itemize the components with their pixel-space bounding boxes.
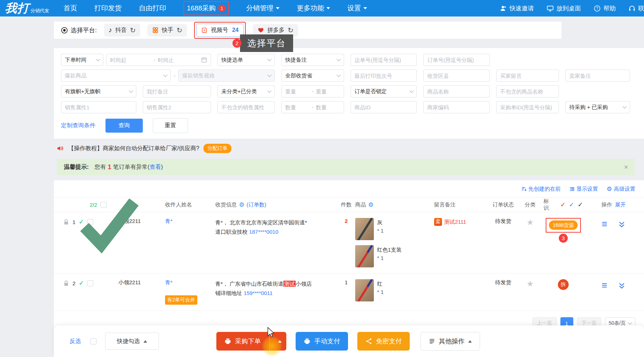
row-checkbox[interactable]: [87, 219, 93, 225]
menu-icon[interactable]: ≡: [602, 219, 607, 229]
sale-attr1-input[interactable]: [61, 101, 136, 113]
expand-row-icon[interactable]: [618, 221, 625, 228]
refresh-icon[interactable]: ↻: [288, 27, 293, 34]
platform-kuaishou[interactable]: 快手 ↻: [147, 24, 187, 37]
gear-icon[interactable]: ⚙: [368, 201, 373, 209]
recipient-cell: 青* 有2单可合并: [165, 279, 215, 305]
app-logo[interactable]: 我打 分销代发: [5, 0, 49, 16]
seller-note-input[interactable]: [565, 70, 630, 82]
district-input[interactable]: [423, 70, 490, 82]
announcement-text: 【操作教程】商家如何自动分配订单给厂家/供应商?: [68, 145, 199, 152]
bulk-checkbox[interactable]: [90, 338, 97, 344]
purchase-dropdown-toggle[interactable]: [273, 338, 286, 344]
recipient-name[interactable]: 青*: [165, 279, 173, 285]
purchase-order-button[interactable]: 采购下单: [216, 332, 286, 351]
sale-attr-exclude-input[interactable]: [217, 101, 275, 113]
hot-spec-select[interactable]: 爆款销售规格: [178, 70, 275, 82]
sort-order-link[interactable]: 先创建的在前: [521, 186, 561, 192]
calendar-icon[interactable]: [201, 57, 207, 63]
product-id-input[interactable]: [351, 101, 417, 113]
search-button[interactable]: 查询: [105, 119, 143, 133]
expand-all-link[interactable]: 展开: [615, 201, 626, 208]
view-link[interactable]: 查看: [150, 163, 161, 171]
tracking-no-input[interactable]: [351, 54, 417, 66]
check-red-icon[interactable]: ✓: [560, 201, 566, 209]
chevron-down-icon: [363, 7, 367, 11]
qty-from-input[interactable]: [285, 104, 310, 110]
nav-item-more[interactable]: 更多功能: [297, 4, 330, 13]
order-count-link[interactable]: (订单数): [246, 201, 266, 208]
quick-note-dropdown[interactable]: 快捷备注: [281, 54, 344, 66]
quick-check-button[interactable]: 快捷勾选: [105, 333, 159, 350]
category-select[interactable]: 未分类+已分类: [217, 85, 275, 97]
quick-invite-button[interactable]: 快速邀请: [500, 4, 534, 13]
time-to-input[interactable]: [158, 57, 199, 63]
nav-item-print-ship[interactable]: 打印发货: [94, 4, 122, 13]
merge-badge[interactable]: 有2单可合并: [165, 295, 197, 305]
hot-product-select[interactable]: 爆款商品: [61, 70, 171, 82]
lock-icon[interactable]: [63, 219, 69, 225]
buyer-message-input[interactable]: [496, 70, 559, 82]
recipient-name[interactable]: 青*: [165, 218, 215, 225]
qty-to-input[interactable]: [316, 104, 340, 110]
purchase-id-input[interactable]: [496, 101, 559, 113]
order-no-input[interactable]: [423, 54, 490, 66]
sale-attr2-input[interactable]: [143, 101, 211, 113]
other-ops-button[interactable]: 其他操作: [420, 332, 480, 351]
help-button[interactable]: ? 帮助: [594, 4, 616, 13]
merchant-code-input[interactable]: [423, 101, 490, 113]
contact-button[interactable]: 联系: [629, 4, 644, 13]
split-tag[interactable]: 拆: [558, 279, 569, 290]
weight-from-input[interactable]: [285, 89, 310, 95]
nav-item-settings[interactable]: 设置: [347, 4, 367, 13]
gear-icon[interactable]: ⚙: [239, 201, 244, 209]
star-icon[interactable]: ★: [527, 218, 534, 227]
time-from-input[interactable]: [110, 57, 151, 63]
display-settings-link[interactable]: 显示设置: [569, 186, 598, 192]
product-name-exclude-input[interactable]: [496, 85, 559, 97]
province-select[interactable]: 全部收货省: [281, 70, 344, 82]
put-on-desktop-button[interactable]: 放到桌面: [547, 4, 581, 13]
free-pay-button[interactable]: 免密支付: [357, 332, 410, 351]
expand-row-icon[interactable]: [618, 282, 625, 289]
reset-button[interactable]: 重置: [153, 118, 188, 133]
flag-select[interactable]: 有旗帜+无旗帜: [61, 85, 136, 97]
menu-icon[interactable]: ≡: [602, 281, 607, 290]
quick-select-dropdown[interactable]: 快捷选单: [217, 54, 275, 66]
refresh-icon[interactable]: ↻: [177, 27, 182, 34]
order-time-select[interactable]: 下单时间: [61, 54, 103, 66]
last-print-batch-input[interactable]: [351, 70, 417, 82]
phone-link[interactable]: 187****0010: [249, 229, 278, 235]
chevron-up-icon: [278, 338, 282, 343]
star-icon[interactable]: ★: [527, 279, 534, 289]
select-all-checkbox[interactable]: [100, 202, 107, 208]
manual-pay-button[interactable]: 手动支付: [296, 332, 348, 351]
product-image[interactable]: [355, 245, 374, 267]
source-tag[interactable]: 1688货源: [549, 220, 577, 230]
platform-douyin[interactable]: ♪ 抖音 ↻: [104, 24, 140, 37]
list-settings-icon: [569, 186, 575, 192]
nav-item-home[interactable]: 首页: [64, 4, 77, 13]
product-count: * 1: [377, 227, 384, 235]
refresh-icon[interactable]: ↻: [130, 27, 136, 34]
check-navy-icon[interactable]: ✓: [578, 201, 583, 209]
nav-item-1688-purchase[interactable]: 1688采购 1: [183, 1, 229, 15]
product-image[interactable]: [355, 218, 374, 240]
weight-to-input[interactable]: [316, 89, 340, 95]
custom-query-link[interactable]: 定制查询条件: [61, 122, 95, 129]
invert-select-link[interactable]: 反选: [70, 338, 81, 345]
check-blue-icon[interactable]: ✓: [569, 201, 574, 209]
product-image[interactable]: [355, 279, 374, 301]
phone-link[interactable]: 159****0011: [244, 290, 273, 296]
nav-item-distribution[interactable]: 分销管理: [246, 4, 279, 13]
assign-order-badge[interactable]: 分配订单: [203, 144, 231, 153]
close-icon[interactable]: ×: [624, 163, 628, 171]
lock-icon[interactable]: [63, 280, 69, 286]
my-note-input[interactable]: [143, 85, 211, 97]
nav-item-free-print[interactable]: 自由打印: [139, 4, 166, 13]
row-checkbox[interactable]: [87, 280, 93, 286]
order-locked-select[interactable]: 订单是否锁定: [351, 85, 417, 97]
purchase-status-select[interactable]: 待采购 + 已采购: [565, 101, 630, 113]
advanced-settings-link[interactable]: ⚙ 高级设置: [607, 185, 635, 193]
product-name-input[interactable]: [423, 85, 490, 97]
